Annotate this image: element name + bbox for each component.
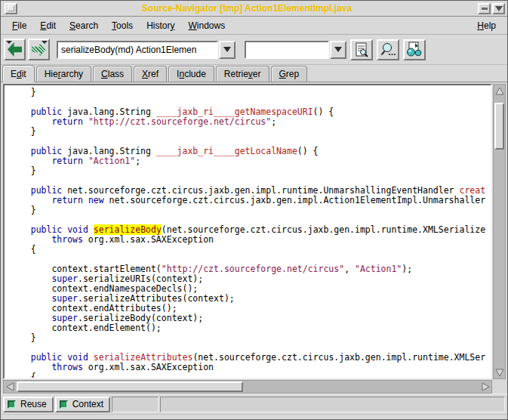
- titlebar: Source-Navigator [tmp] Action1ElementImp…: [1, 1, 507, 17]
- statusbar: Reuse Context: [1, 394, 507, 414]
- window-menu-button[interactable]: [5, 3, 17, 14]
- context-indicator-icon: [60, 400, 68, 409]
- horizontal-scroll-thumb[interactable]: [17, 381, 243, 392]
- window-menu-icon: [8, 5, 14, 11]
- status-panel-left: [112, 397, 159, 412]
- code-line: return "http://czt.sourceforge.net/circu…: [10, 117, 491, 127]
- reuse-indicator-icon: [8, 400, 16, 409]
- scrollbar-corner: [492, 380, 506, 394]
- code-line: {: [10, 372, 491, 379]
- menu-history[interactable]: History: [140, 18, 181, 33]
- menu-help[interactable]: Help: [470, 18, 503, 33]
- window-title: Source-Navigator [tmp] Action1ElementImp…: [17, 3, 476, 14]
- chevron-down-icon: [223, 47, 231, 52]
- vertical-scrollbar[interactable]: [493, 84, 506, 379]
- grep-files-icon: [405, 42, 423, 58]
- view-source-icon: [353, 42, 370, 58]
- menu-windows[interactable]: Windows: [181, 18, 232, 33]
- code-editor[interactable]: } public java.lang.String ____jaxb_ri___…: [3, 84, 492, 379]
- grep-files-button[interactable]: [403, 39, 426, 60]
- minimize-icon: [482, 8, 488, 10]
- code-line: return "Action1";: [10, 156, 491, 166]
- minimize-button[interactable]: [478, 3, 491, 14]
- code-line: }: [10, 88, 491, 97]
- symbol-combobox: [57, 41, 236, 59]
- code-line: }: [10, 127, 491, 137]
- code-line: }: [10, 205, 491, 215]
- scroll-left-icon: [6, 382, 14, 391]
- horizontal-scrollbar[interactable]: [3, 380, 492, 394]
- code-line: context.endElement();: [10, 323, 491, 333]
- menu-search[interactable]: Search: [63, 18, 105, 33]
- reuse-label: Reuse: [20, 399, 47, 409]
- maximize-icon: [495, 6, 503, 11]
- tab-xref[interactable]: Xref: [134, 66, 167, 82]
- tab-class[interactable]: Class: [93, 66, 132, 82]
- vertical-scroll-track[interactable]: [494, 97, 505, 366]
- code-line: }: [10, 166, 491, 176]
- search-combobox: [245, 41, 346, 59]
- scroll-right-button[interactable]: [479, 381, 491, 393]
- tab-edit[interactable]: Edit: [2, 65, 35, 82]
- tab-include[interactable]: Include: [168, 66, 214, 82]
- symbol-combobox-input[interactable]: [57, 41, 218, 59]
- toolbar: [1, 35, 507, 65]
- back-dropdown-icon: [6, 41, 12, 44]
- menu-edit[interactable]: Edit: [33, 18, 63, 33]
- scroll-up-button[interactable]: [494, 85, 505, 97]
- tab-hierarchy[interactable]: Hierarchy: [36, 66, 91, 82]
- menu-tools[interactable]: Tools: [105, 18, 140, 33]
- code-line: throws org.xml.sax.SAXException: [10, 363, 491, 372]
- window-resize-edge[interactable]: [1, 414, 507, 419]
- scroll-right-icon: [482, 382, 490, 391]
- search-combobox-input[interactable]: [245, 41, 329, 59]
- scroll-down-button[interactable]: [494, 366, 505, 378]
- vertical-scroll-thumb[interactable]: [494, 103, 504, 150]
- app-window: Source-Navigator [tmp] Action1ElementImp…: [0, 0, 508, 420]
- context-toggle-button[interactable]: Context: [55, 397, 110, 412]
- history-forward-arrow-icon: [32, 42, 46, 57]
- history-back-button[interactable]: [4, 39, 26, 60]
- code-line: {: [10, 245, 491, 255]
- scroll-up-icon: [495, 87, 504, 95]
- status-panel-right: [160, 397, 505, 412]
- code-line: throws org.xml.sax.SAXException: [10, 235, 491, 245]
- tab-retriever[interactable]: Retriever: [216, 66, 269, 82]
- history-forward-button[interactable]: [28, 39, 50, 60]
- tab-grep[interactable]: Grep: [271, 66, 308, 82]
- menubar: FileEditSearchToolsHistoryWindows Help: [1, 17, 507, 35]
- scroll-left-button[interactable]: [4, 381, 16, 393]
- editor-region: } public java.lang.String ____jaxb_ri___…: [1, 82, 507, 394]
- context-label: Context: [72, 399, 103, 409]
- find-icon: [380, 42, 396, 58]
- find-button[interactable]: [377, 39, 399, 60]
- tab-bar: EditHierarchyClassXrefIncludeRetrieverGr…: [1, 65, 507, 82]
- menu-file[interactable]: File: [5, 18, 33, 33]
- search-combobox-dropdown-button[interactable]: [330, 41, 346, 59]
- maximize-button[interactable]: [492, 3, 505, 14]
- scroll-down-icon: [495, 369, 504, 377]
- chevron-down-icon: [334, 47, 342, 52]
- forward-dropdown-icon: [42, 41, 48, 44]
- view-source-button[interactable]: [350, 39, 373, 60]
- reuse-toggle-button[interactable]: Reuse: [3, 397, 54, 412]
- horizontal-scroll-track[interactable]: [16, 381, 479, 393]
- symbol-combobox-dropdown-button[interactable]: [219, 41, 236, 59]
- code-line: return new net.sourceforge.czt.circus.ja…: [10, 196, 491, 205]
- code-line: }: [10, 333, 491, 343]
- history-back-arrow-icon: [8, 42, 22, 57]
